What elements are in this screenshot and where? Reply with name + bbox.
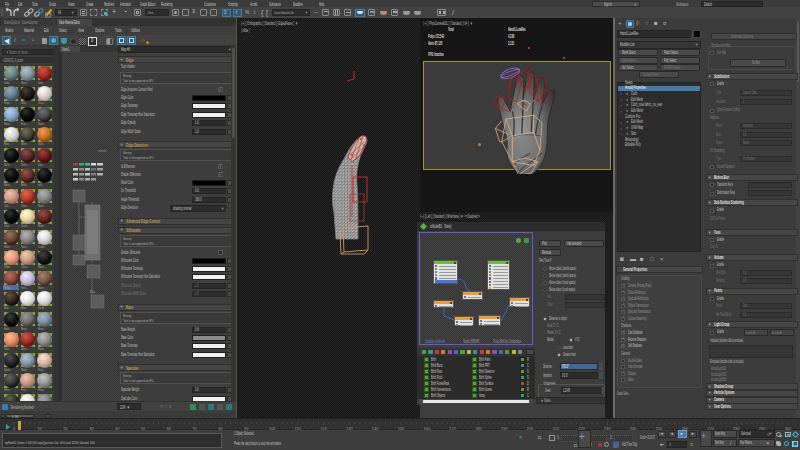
svg-text:Ma...: Ma... (90, 290, 98, 294)
svg-text:small: small (98, 149, 106, 153)
